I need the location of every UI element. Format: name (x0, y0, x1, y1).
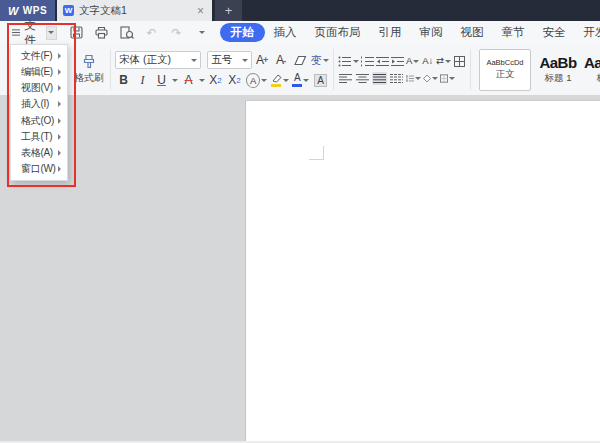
save-button[interactable] (69, 25, 85, 41)
style-sample: AaBbCcDd (486, 58, 523, 67)
menu-item-label: 插入(I) (21, 97, 49, 111)
redo-button[interactable]: ↷ (169, 25, 185, 41)
style-label: 正文 (496, 68, 515, 81)
font-group: 宋体 (正文) 五号 A+ A- 变 B I U A (115, 44, 329, 95)
italic-button[interactable]: I (134, 72, 151, 88)
underline-button[interactable]: U (153, 72, 170, 88)
menu-item-file[interactable]: 文件(F) (11, 49, 67, 64)
decrease-indent-icon (376, 56, 389, 67)
text-direction-button[interactable]: A (406, 55, 419, 68)
new-tab-button[interactable]: + (215, 0, 242, 21)
borders-button[interactable] (440, 72, 455, 85)
increase-indent-icon (391, 56, 404, 67)
align-center-button[interactable] (355, 72, 370, 85)
tab-security[interactable]: 安全 (534, 23, 575, 42)
minus-icon: - (283, 55, 286, 66)
style-heading1[interactable]: AaBb 标题 1 (533, 50, 583, 90)
font-size-select[interactable]: 五号 (207, 51, 251, 69)
submenu-arrow-icon (58, 134, 61, 140)
print-preview-icon (120, 26, 134, 39)
font-size-value: 五号 (211, 53, 232, 67)
menu-item-insert[interactable]: 插入(I) (11, 97, 67, 112)
submenu-arrow-icon (58, 101, 61, 107)
text-tool-button[interactable]: 变 (311, 52, 329, 68)
tab-page-layout[interactable]: 页面布局 (306, 23, 370, 42)
justify-button[interactable] (372, 72, 387, 85)
distribute-button[interactable] (389, 72, 404, 85)
font-name-select[interactable]: 宋体 (正文) (115, 51, 201, 69)
decrease-indent-button[interactable] (376, 55, 389, 68)
superscript-button[interactable]: X2 (207, 72, 224, 88)
bold-button[interactable]: B (115, 72, 132, 88)
tab-section[interactable]: 章节 (493, 23, 534, 42)
char-shading-button[interactable]: A (312, 72, 329, 88)
grid-pen-icon (454, 56, 465, 67)
ribbon-toolbar: 格式刷 宋体 (正文) 五号 A+ A- 变 (0, 44, 600, 96)
tab-review[interactable]: 审阅 (411, 23, 452, 42)
file-menu-dropdown[interactable] (46, 26, 57, 40)
shrink-font-button[interactable]: A- (273, 52, 290, 68)
group-separator (470, 49, 471, 90)
cjk-layout-icon: ⇄ (436, 56, 444, 66)
menu-item-label: 编辑(E) (21, 65, 53, 79)
highlight-button[interactable] (270, 72, 289, 88)
grow-font-button[interactable]: A+ (254, 52, 271, 68)
customize-toolbar-button[interactable] (194, 25, 210, 41)
font-color-button[interactable]: A (292, 72, 310, 88)
text-effects-icon: A (246, 73, 260, 88)
menu-item-tools[interactable]: 工具(T) (11, 129, 67, 144)
menu-item-edit[interactable]: 编辑(E) (11, 65, 67, 80)
numbered-list-icon (361, 56, 374, 67)
bullet-list-button[interactable] (338, 55, 351, 68)
menu-item-window[interactable]: 窗口(W) (11, 161, 67, 176)
bullet-list-icon (338, 56, 351, 67)
tab-home[interactable]: 开始 (220, 23, 265, 42)
tab-stops-button[interactable] (453, 55, 466, 68)
numbered-list-button[interactable] (361, 55, 374, 68)
document-page[interactable] (245, 100, 600, 443)
document-tab-title: 文字文稿1 (79, 4, 190, 18)
chevron-down-icon (353, 60, 359, 63)
tab-references[interactable]: 引用 (370, 23, 411, 42)
tab-close-icon[interactable]: × (195, 5, 206, 17)
chevron-down-icon (413, 60, 419, 63)
highlighter-icon (271, 74, 282, 87)
tab-developer[interactable]: 开发工具 (575, 23, 600, 42)
menu-item-format[interactable]: 格式(O) (11, 113, 67, 128)
line-spacing-button[interactable] (406, 72, 421, 85)
document-tab[interactable]: W 文字文稿1 × (57, 0, 212, 21)
wps-writer-window: W WPS W 文字文稿1 × + 文件 ↶ ↷ (0, 0, 600, 443)
increase-indent-button[interactable] (391, 55, 404, 68)
line-spacing-icon (406, 73, 414, 84)
subscript-button[interactable]: X2 (226, 72, 243, 88)
submenu-arrow-icon (58, 166, 61, 172)
print-preview-button[interactable] (119, 25, 135, 41)
style-label: 标题 2 (597, 72, 600, 85)
chevron-down-icon (445, 60, 451, 63)
paragraph-group: A A↓ ⇄ (338, 44, 466, 95)
font-name-value: 宋体 (正文) (119, 53, 171, 67)
format-painter-button[interactable]: 格式刷 (72, 44, 106, 95)
chevron-down-icon (261, 79, 267, 82)
style-heading2[interactable]: AaBb(A 标题 2 (585, 50, 600, 90)
tab-view[interactable]: 视图 (452, 23, 493, 42)
chevron-down-icon (432, 77, 438, 80)
strikethrough-button[interactable]: A (180, 72, 197, 88)
tab-insert[interactable]: 插入 (265, 23, 306, 42)
clear-format-button[interactable] (292, 52, 309, 68)
style-normal[interactable]: AaBbCcDd 正文 (479, 49, 531, 91)
margin-corner-mark (309, 146, 324, 160)
quick-access-toolbar: ↶ ↷ (69, 25, 210, 41)
undo-button[interactable]: ↶ (144, 25, 160, 41)
shading-button[interactable] (423, 72, 438, 85)
menu-item-table[interactable]: 表格(A) (11, 145, 67, 160)
chevron-down-icon (191, 59, 197, 62)
menu-item-view[interactable]: 视图(V) (11, 81, 67, 96)
text-effects-button[interactable]: A (245, 72, 268, 88)
submenu-arrow-icon (58, 53, 61, 59)
chevron-down-icon (242, 59, 248, 62)
sort-button[interactable]: A↓ (421, 55, 434, 68)
align-left-button[interactable] (338, 72, 353, 85)
print-button[interactable] (94, 25, 110, 41)
cjk-layout-button[interactable]: ⇄ (436, 55, 451, 68)
